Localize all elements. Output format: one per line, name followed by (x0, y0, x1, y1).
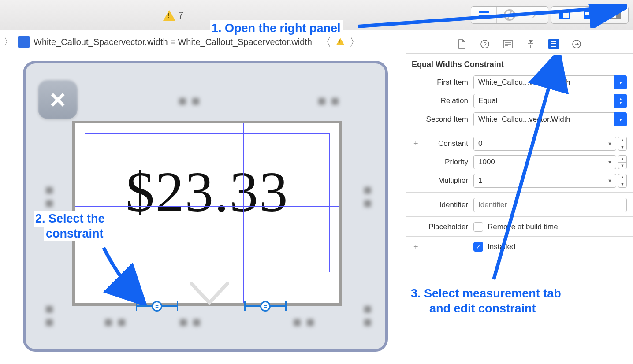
constraint-icon: ≡ (18, 36, 30, 48)
priority-stepper[interactable]: ▲▼ (618, 155, 627, 169)
identifier-label: Identifier (412, 201, 473, 209)
equal-width-constraint-handle[interactable]: = (244, 301, 287, 311)
next-issue-button[interactable]: 〉 (349, 34, 361, 50)
equal-icon: = (152, 301, 162, 312)
identifier-input[interactable] (473, 198, 627, 212)
panel-bottom-icon (584, 11, 596, 19)
placeholder-label: Placeholder (412, 223, 473, 231)
panel-visibility-segment (551, 6, 629, 24)
add-variation-button[interactable]: + (413, 242, 418, 252)
panel-left-icon (559, 11, 570, 19)
remove-at-build-checkbox[interactable] (473, 222, 483, 232)
quick-help-tab[interactable]: ? (480, 39, 490, 49)
constraint-guide[interactable] (287, 123, 287, 303)
slider-icon (526, 39, 536, 49)
connections-inspector-tab[interactable] (571, 39, 582, 49)
inspector-tab-bar: ? (406, 34, 633, 54)
toggle-navigator-button[interactable] (551, 7, 577, 23)
annotation-step-3a: 3. Select measurement tab (409, 286, 563, 301)
constant-label: Constant (412, 139, 473, 148)
constant-field[interactable]: 0▼ (473, 137, 616, 151)
help-icon: ? (480, 39, 490, 49)
multiplier-stepper[interactable]: ▲▼ (618, 174, 627, 188)
relation-dropdown[interactable]: Equal (473, 94, 614, 108)
constraint-guide[interactable] (243, 123, 244, 303)
section-title: Equal Widths Constraint (412, 60, 627, 69)
warnings-indicator[interactable]: 7 (163, 10, 183, 21)
size-inspector-tab[interactable] (548, 39, 559, 49)
chevron-down-icon[interactable] (614, 75, 627, 89)
first-item-dropdown[interactable]: White_Callou...vector.Width (473, 75, 614, 89)
add-variation-button[interactable]: + (413, 139, 418, 149)
priority-label: Priority (412, 158, 473, 167)
constraint-guide[interactable] (135, 123, 135, 303)
annotation-step-2b: constraint (44, 226, 105, 241)
second-item-label: Second Item (412, 115, 473, 124)
separator (406, 192, 633, 193)
editor-mode-segment: ↗ (471, 6, 548, 24)
id-card-icon (503, 40, 513, 48)
version-icon: ↗ (531, 9, 539, 21)
callout-tail-icon (190, 282, 229, 306)
remove-at-build-label: Remove at build time (488, 223, 558, 231)
equal-width-constraint-handle[interactable]: = (136, 301, 178, 311)
connections-icon (572, 39, 581, 49)
selection-outline (85, 133, 330, 272)
installed-label: Installed (488, 242, 515, 251)
attributes-inspector-tab[interactable] (525, 39, 536, 49)
version-editor-button[interactable]: ↗ (522, 7, 548, 23)
jump-bar-text: White_Callout_Spacervector.width = White… (34, 37, 312, 47)
vertical-divider (403, 30, 403, 364)
standard-editor-button[interactable] (471, 7, 497, 23)
svg-text:?: ? (483, 41, 486, 48)
interface-builder-canvas[interactable]: × $23.33 = = (23, 61, 388, 352)
annotation-step-3b: and edit constraint (428, 301, 538, 316)
warning-count: 7 (178, 10, 183, 21)
assistant-icon (504, 9, 515, 21)
equal-icon: = (260, 301, 271, 312)
annotation-step-2a: 2. Select the (34, 211, 107, 227)
document-icon (458, 39, 466, 49)
multiplier-field[interactable]: 1▼ (473, 174, 616, 188)
prev-issue-button[interactable]: 〈 (320, 34, 331, 50)
constraint-guide[interactable] (75, 206, 339, 207)
priority-field[interactable]: 1000▼ (473, 155, 616, 169)
chevron-down-icon[interactable] (614, 112, 627, 126)
callout-view[interactable]: $23.33 = = (72, 121, 342, 306)
separator (406, 236, 633, 237)
first-item-label: First Item (412, 78, 473, 87)
chevron-icon: 〉 (3, 35, 14, 48)
annotation-step-1: 1. Open the right panel (210, 20, 343, 36)
assistant-editor-button[interactable] (497, 7, 522, 23)
identity-inspector-tab[interactable] (503, 39, 513, 49)
close-button[interactable]: × (38, 79, 78, 119)
relation-label: Relation (412, 97, 473, 105)
toolbar-right: ↗ (471, 6, 629, 24)
separator (406, 216, 633, 217)
file-inspector-tab[interactable] (457, 39, 467, 49)
warning-icon (163, 10, 175, 21)
chevron-updown-icon[interactable] (614, 94, 627, 108)
ruler-icon (550, 39, 557, 49)
multiplier-label: Multiplier (412, 176, 473, 185)
toggle-debug-area-button[interactable] (577, 7, 603, 23)
constraint-guide[interactable] (179, 123, 179, 303)
lines-icon (479, 11, 489, 19)
separator (406, 131, 633, 131)
warning-icon (336, 38, 344, 45)
installed-checkbox[interactable]: ✓ (473, 242, 483, 252)
constant-stepper[interactable]: ▲▼ (618, 137, 627, 151)
constraint-inspector-body: Equal Widths Constraint First Item White… (406, 54, 633, 252)
jump-bar-navigation: 〈 〉 (320, 34, 361, 50)
panel-right-icon (610, 11, 621, 19)
toggle-utilities-button[interactable] (603, 7, 628, 23)
second-item-dropdown[interactable]: White_Callou...vector.Width (473, 112, 614, 126)
